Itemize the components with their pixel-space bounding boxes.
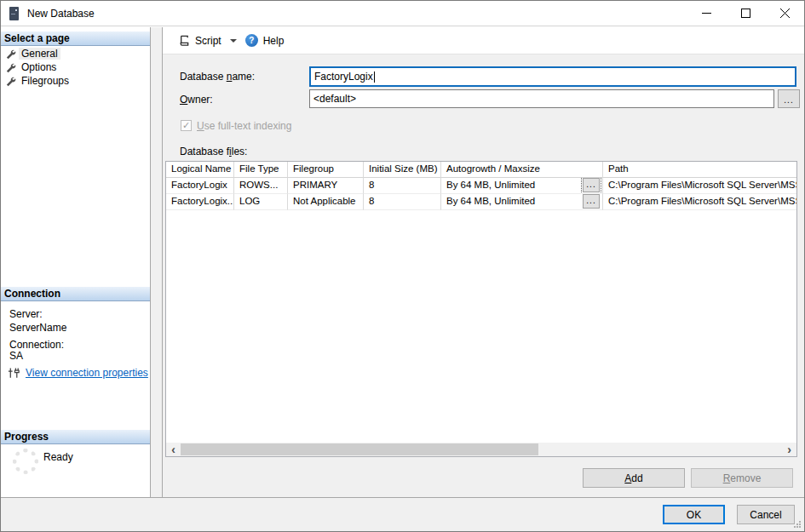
remove-button: Remove [691,468,793,488]
maximize-icon [741,9,750,18]
view-connection-properties-row: View connection properties [8,367,148,379]
script-icon [177,34,190,47]
wrench-icon [5,76,16,87]
database-name-label: Database name: [180,71,255,83]
cell-filegroup[interactable]: PRIMARY [288,178,364,194]
owner-browse-button[interactable]: ... [778,89,800,108]
col-header-file-type[interactable]: File Type [234,162,288,178]
database-files-label: Database files: [180,146,247,157]
sidebar-item-label: General [19,48,60,60]
grid-row-log-file: FactoryLogix... LOG Not Applicable 8 By … [166,194,796,210]
script-dropdown-arrow-icon[interactable] [230,39,237,43]
connection-properties-icon [8,367,20,379]
minimize-icon [702,9,711,18]
autogrowth-browse-button[interactable]: ... [583,194,600,209]
scroll-track[interactable] [181,443,782,456]
cell-autogrowth[interactable]: By 64 MB, Unlimited ... [441,194,603,210]
cell-logical-name[interactable]: FactoryLogix [166,178,234,194]
script-button[interactable]: Script [177,34,225,47]
script-label: Script [195,35,221,47]
connection-header: Connection [1,287,150,301]
help-button[interactable]: ? Help [245,34,288,47]
grid-row-rows-file: FactoryLogix ROWS... PRIMARY 8 By 64 MB,… [166,178,796,194]
add-button[interactable]: Add [583,468,685,488]
close-icon [780,9,790,18]
server-value: ServerName [9,322,66,334]
sidebar-item-label: Filegroups [19,75,72,87]
window-title: New Database [27,8,95,20]
progress-header: Progress [1,430,150,444]
close-button[interactable] [765,1,804,26]
title-bar: New Database [1,1,804,26]
wrench-icon [5,62,16,73]
content-pane: Script ? Help Database name: FactoryLogi… [163,27,804,497]
database-files-grid: Logical Name File Type Filegroup Initial… [165,161,797,457]
sidebar-item-label: Options [19,61,59,73]
cell-filegroup[interactable]: Not Applicable [288,194,364,210]
cell-path[interactable]: C:\Program Files\Microsoft SQL Server\MS… [603,194,796,210]
progress-status: Ready [43,451,73,463]
owner-label: Owner: [180,94,213,106]
horizontal-scrollbar[interactable]: ‹ › [166,443,796,456]
resize-grip[interactable] [793,520,802,529]
cell-file-type[interactable]: ROWS... [234,178,288,194]
new-database-dialog: New Database Select a page General Optio… [0,0,805,532]
col-header-autogrowth[interactable]: Autogrowth / Maxsize [441,162,603,178]
help-label: Help [263,35,285,47]
col-header-logical-name[interactable]: Logical Name [166,162,234,178]
cancel-button[interactable]: Cancel [737,505,795,524]
footer-bar: OK Cancel [1,497,804,531]
col-header-initial-size[interactable]: Initial Size (MB) [364,162,441,178]
server-label: Server: [9,308,43,320]
cell-initial-size[interactable]: 8 [364,178,441,194]
database-name-value: FactoryLogix [314,71,373,83]
progress-spinner-icon [13,449,38,474]
help-icon: ? [245,34,258,47]
text-caret [374,72,375,83]
connection-value: SA [9,350,23,362]
cell-file-type[interactable]: LOG [234,194,288,210]
connection-label: Connection: [9,339,64,351]
owner-input[interactable]: <default> [309,89,774,108]
sidebar-item-general[interactable]: General [3,47,60,60]
toolbar: Script ? Help [163,27,804,54]
scroll-thumb[interactable] [181,443,538,455]
cell-initial-size[interactable]: 8 [364,194,441,210]
database-server-icon [9,7,19,20]
sidebar-item-options[interactable]: Options [3,60,59,74]
cell-path[interactable]: C:\Program Files\Microsoft SQL Server\MS… [603,178,796,194]
fulltext-label: Use full-text indexing [197,120,291,132]
fulltext-checkbox: ✓ [181,120,192,131]
autogrowth-browse-button[interactable]: ... [583,178,600,192]
wrench-icon [5,49,16,60]
col-header-filegroup[interactable]: Filegroup [288,162,364,178]
cell-autogrowth[interactable]: By 64 MB, Unlimited ... [441,178,603,194]
minimize-button[interactable] [687,1,726,26]
sidebar-item-filegroups[interactable]: Filegroups [3,74,72,88]
scroll-left-icon[interactable]: ‹ [166,443,181,456]
maximize-button[interactable] [726,1,765,26]
cell-logical-name[interactable]: FactoryLogix... [166,194,234,210]
sidebar-splitter[interactable] [150,27,163,497]
select-a-page-header: Select a page [1,31,150,46]
owner-value: <default> [313,93,356,105]
sidebar: Select a page General Options Filegroups… [1,27,150,497]
view-connection-properties-link[interactable]: View connection properties [26,367,148,379]
scroll-right-icon[interactable]: › [782,443,796,456]
grid-header-row: Logical Name File Type Filegroup Initial… [166,162,796,178]
col-header-path[interactable]: Path [603,162,796,178]
ok-button[interactable]: OK [663,505,725,524]
database-name-input[interactable]: FactoryLogix [309,66,796,87]
